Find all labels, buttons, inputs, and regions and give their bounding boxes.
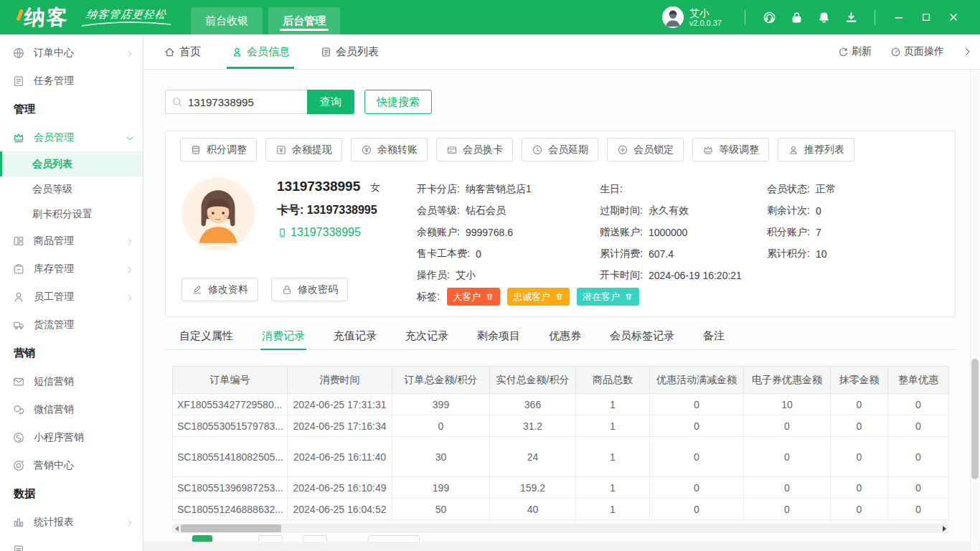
- download-icon[interactable]: [837, 6, 864, 28]
- coins-icon: [190, 144, 202, 156]
- mode-tab-backoffice[interactable]: 后台管理: [268, 7, 340, 34]
- lock-icon[interactable]: [783, 6, 810, 28]
- customer-service-icon[interactable]: [755, 6, 783, 28]
- home-icon: [164, 46, 176, 58]
- member-action-等级调整[interactable]: 等级调整: [692, 138, 769, 161]
- record-tabs: 自定义属性消费记录充值记录充次记录剩余项目优惠券会员标签记录备注: [165, 323, 956, 350]
- sidebar-item-商品管理[interactable]: 商品管理: [0, 227, 143, 255]
- header-divider: [875, 10, 875, 24]
- edit-password-button[interactable]: 修改密码: [271, 278, 348, 301]
- sidebar-subitem-会员等级[interactable]: 会员等级: [0, 176, 143, 202]
- info-label: 操作员:: [417, 269, 450, 282]
- tasks-icon: [12, 75, 25, 88]
- trash-icon[interactable]: [555, 292, 564, 301]
- info-label: 余额账户:: [417, 226, 460, 239]
- member-tags-row: 标签: 大客户忠诚客户潜在客户: [417, 288, 639, 306]
- column-header: 订单编号: [173, 367, 288, 394]
- horizontal-scrollbar[interactable]: [172, 524, 948, 533]
- query-button[interactable]: 查询: [307, 90, 354, 114]
- record-tab-剩余项目[interactable]: 剩余项目: [477, 323, 520, 349]
- member-info-column-2: 生日:过期时间:永久有效赠送账户:1000000累计消费:607.4开卡时间:2…: [600, 179, 742, 286]
- record-tab-优惠券[interactable]: 优惠券: [549, 323, 581, 349]
- clock-icon: [532, 144, 543, 156]
- bell-icon[interactable]: [810, 6, 837, 28]
- sidebar-item-统计报表[interactable]: 统计报表: [0, 508, 143, 536]
- table-row[interactable]: XF180553427729580...2024-06-25 17:31:313…: [173, 394, 949, 415]
- sidebar-item-微信营销[interactable]: 微信营销: [0, 395, 143, 423]
- quick-search-button[interactable]: 快捷搜索: [364, 90, 432, 114]
- sidebar-item-hidden[interactable]: [0, 536, 143, 551]
- table-cell: 30: [392, 437, 490, 477]
- page-tab-会员列表[interactable]: 会员列表: [320, 34, 379, 69]
- member-action-余额转账[interactable]: 余额转账: [351, 138, 428, 161]
- record-tab-自定义属性[interactable]: 自定义属性: [179, 323, 233, 349]
- sidebar-item-货流管理[interactable]: 货流管理: [0, 311, 143, 339]
- sidebar-subitem-刷卡积分设置[interactable]: 刷卡积分设置: [0, 202, 143, 227]
- scroll-right-arrow[interactable]: [940, 524, 948, 533]
- scroll-left-arrow[interactable]: [172, 524, 181, 533]
- member-action-积分调整[interactable]: 积分调整: [180, 138, 257, 161]
- sidebar-item-任务管理[interactable]: 任务管理: [0, 67, 143, 95]
- sidebar-item-订单中心[interactable]: 订单中心: [0, 39, 143, 67]
- sidebar-item-营销中心[interactable]: 营销中心: [0, 451, 143, 479]
- member-action-余额提现[interactable]: 余额提现: [265, 138, 342, 161]
- page-tab-会员信息[interactable]: 会员信息: [231, 34, 290, 69]
- tabbar-action-页面操作[interactable]: 页面操作: [890, 45, 944, 58]
- record-tab-会员标签记录[interactable]: 会员标签记录: [610, 323, 674, 349]
- table-cell: 2024-06-25 16:11:40: [288, 437, 392, 477]
- table-cell: 199: [392, 477, 490, 499]
- sidebar-item-库存管理[interactable]: 库存管理: [0, 255, 143, 283]
- column-header: 电子券优惠金额: [744, 367, 831, 394]
- plus-circle-icon: [617, 144, 628, 156]
- vertical-scroll-thumb[interactable]: [971, 359, 979, 479]
- table-row[interactable]: SC180553051579783...2024-06-25 17:16:340…: [173, 415, 949, 437]
- chev-right-icon: [126, 50, 134, 58]
- maximize-icon[interactable]: [913, 6, 940, 28]
- member-phone[interactable]: 13197338995: [277, 226, 361, 239]
- trash-icon[interactable]: [624, 292, 633, 301]
- info-label: 售卡工本费:: [417, 248, 470, 260]
- tabbar-action-刷新[interactable]: 刷新: [838, 45, 872, 58]
- sidebar-subitem-会员列表[interactable]: 会员列表: [0, 151, 143, 176]
- info-row: 操作员:艾小: [417, 265, 532, 286]
- record-tab-备注[interactable]: 备注: [703, 323, 725, 349]
- record-tab-充值记录[interactable]: 充值记录: [334, 323, 377, 349]
- phone-icon: [277, 227, 288, 238]
- mode-tab-cashier[interactable]: 前台收银: [191, 7, 263, 34]
- member-search-input[interactable]: [165, 90, 307, 114]
- info-value: 纳客营销总店1: [466, 183, 532, 196]
- table-cell: 0: [650, 477, 744, 499]
- tabbar-collapse-arrow[interactable]: [963, 47, 973, 57]
- member-action-会员换卡[interactable]: 会员换卡: [436, 138, 513, 161]
- info-row: 累计积分:10: [767, 243, 836, 265]
- vertical-scrollbar[interactable]: [970, 70, 979, 551]
- info-value: 钻石会员: [466, 204, 506, 217]
- member-action-推荐列表[interactable]: 推荐列表: [778, 138, 854, 161]
- sidebar-item-小程序营销[interactable]: 小程序营销: [0, 423, 143, 451]
- horizontal-scroll-thumb[interactable]: [181, 524, 281, 532]
- close-icon[interactable]: [940, 6, 967, 28]
- sidebar-item-会员管理[interactable]: 会员管理: [0, 123, 143, 151]
- page-tab-首页[interactable]: 首页: [164, 34, 201, 69]
- info-value: 0: [476, 248, 481, 260]
- table-row[interactable]: SC180551246888632...2024-06-25 16:04:525…: [173, 499, 949, 520]
- yen-circle-icon: [361, 144, 372, 156]
- record-tab-充次记录[interactable]: 充次记录: [405, 323, 448, 349]
- current-user[interactable]: 艾小 v2.0.0.37: [662, 6, 722, 28]
- trash-icon[interactable]: [485, 292, 494, 301]
- info-row: 累计消费:607.4: [600, 243, 742, 265]
- sidebar-item-短信营销[interactable]: 短信营销: [0, 367, 143, 395]
- minimize-icon[interactable]: [885, 6, 913, 28]
- table-cell: 0: [831, 394, 888, 415]
- sms-icon: [12, 375, 25, 388]
- chev-right-icon: [126, 237, 134, 246]
- sidebar-item-员工管理[interactable]: 员工管理: [0, 283, 143, 311]
- table-row[interactable]: SC180551396987253...2024-06-25 16:10:491…: [173, 477, 949, 499]
- record-tab-消费记录[interactable]: 消费记录: [262, 323, 305, 349]
- member-action-会员延期[interactable]: 会员延期: [522, 138, 598, 161]
- info-label: 生日:: [600, 183, 623, 196]
- search-icon: [171, 96, 183, 108]
- table-row[interactable]: SC180551418082505...2024-06-25 16:11:403…: [173, 437, 949, 477]
- edit-profile-button[interactable]: 修改资料: [182, 278, 258, 301]
- member-action-会员锁定[interactable]: 会员锁定: [607, 138, 684, 161]
